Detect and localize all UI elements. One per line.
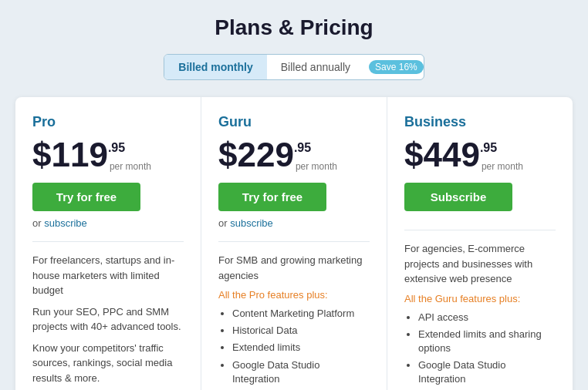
plan-guru-price-detail: .95 per month (294, 138, 337, 172)
plan-pro-divider (32, 241, 184, 242)
plan-pro-name: Pro (32, 114, 184, 130)
billing-toggle: Billed monthly Billed annually Save 16% (164, 54, 424, 80)
plan-pro-price-symbol-main: $119 (32, 138, 108, 172)
billing-annually-option: Billed annually Save 16% (267, 55, 424, 79)
plan-guru-price-period: per month (296, 161, 337, 172)
plan-pro-price-main: 119 (51, 136, 107, 173)
plan-business-divider (404, 230, 556, 230)
plan-business-feature-2: Google Data Studio Integration (418, 358, 556, 386)
plan-business-price-cents: .95 (480, 141, 523, 155)
plan-pro-desc-0: For freelancers, startups and in-house m… (32, 253, 184, 298)
plan-business-price-period: per month (482, 161, 523, 172)
plan-guru-desc-0: For SMB and growing marketing agencies (218, 253, 370, 283)
plan-guru: Guru $229 .95 per month Try for free or … (201, 97, 387, 390)
plan-pro-desc-1: Run your SEO, PPC and SMM projects with … (32, 304, 184, 335)
billing-monthly-button[interactable]: Billed monthly (164, 55, 266, 79)
plan-guru-features-title: All the Pro features plus: (218, 289, 370, 301)
plans-container: Pro $119 .95 per month Try for free or s… (15, 97, 573, 390)
plan-business-name: Business (404, 114, 556, 130)
plan-guru-price-row: $229 .95 per month (218, 138, 370, 172)
plan-guru-subscribe-link[interactable]: subscribe (230, 217, 273, 229)
billing-annually-button[interactable]: Billed annually (267, 55, 364, 79)
plan-business-price-row: $449 .95 per month (404, 138, 556, 172)
plan-pro-desc-2: Know your competitors' traffic sources, … (32, 341, 184, 386)
page-title: Plans & Pricing (215, 15, 373, 40)
plan-guru-feature-1: Historical Data (232, 324, 370, 338)
plan-business-feature-list: API access Extended limits and sharing o… (404, 311, 556, 391)
plan-business-price-symbol-main: $449 (404, 138, 480, 172)
plan-business-price-detail: .95 per month (480, 138, 523, 172)
plan-guru-try-button[interactable]: Try for free (218, 183, 326, 211)
plan-guru-price-main: 229 (237, 136, 293, 173)
plan-pro-try-button[interactable]: Try for free (32, 183, 140, 211)
plan-pro-price-detail: .95 per month (108, 138, 151, 172)
plan-pro-or-subscribe: or subscribe (32, 217, 184, 229)
plan-pro-price-row: $119 .95 per month (32, 138, 184, 172)
plan-business: Business $449 .95 per month Subscribe Fo… (387, 97, 573, 390)
plan-guru-divider (218, 241, 370, 242)
plan-pro-price-cents: .95 (108, 141, 151, 155)
plan-guru-price-cents: .95 (294, 141, 337, 155)
plan-guru-price-symbol-main: $229 (218, 138, 294, 172)
plan-business-desc-0: For agencies, E-commerce projects and bu… (404, 241, 556, 287)
plan-business-price-main: 449 (423, 136, 479, 173)
plan-pro-price-period: per month (110, 161, 151, 172)
plan-guru-feature-list: Content Marketing Platform Historical Da… (218, 307, 370, 389)
plan-business-feature-1: Extended limits and sharing options (418, 328, 556, 355)
plan-pro: Pro $119 .95 per month Try for free or s… (15, 97, 201, 390)
plan-business-features-title: All the Guru features plus: (404, 293, 556, 304)
plan-guru-feature-2: Extended limits (232, 341, 370, 355)
plan-guru-or-subscribe: or subscribe (218, 217, 370, 229)
save-badge: Save 16% (369, 60, 424, 74)
plan-guru-feature-0: Content Marketing Platform (232, 307, 370, 321)
plan-guru-feature-3: Google Data Studio Integration (232, 358, 370, 386)
plan-business-feature-0: API access (418, 311, 556, 324)
plan-pro-subscribe-link[interactable]: subscribe (44, 217, 87, 229)
plan-guru-name: Guru (218, 114, 370, 130)
plan-business-subscribe-button[interactable]: Subscribe (404, 183, 512, 211)
